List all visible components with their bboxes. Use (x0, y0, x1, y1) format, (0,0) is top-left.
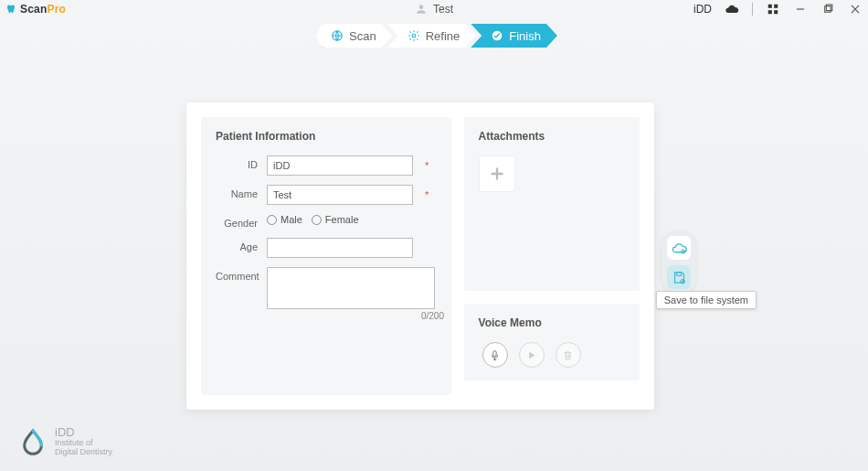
tooth-icon (5, 4, 16, 15)
person-icon (415, 3, 428, 16)
save-tooltip: Save to file system (656, 291, 757, 309)
cloud-icon[interactable] (725, 2, 739, 16)
header-user-name: Test (433, 3, 453, 16)
step-label: Scan (349, 29, 376, 43)
step-label: Finish (509, 29, 541, 43)
workflow-stepper: Scan Refine Finish (0, 24, 868, 48)
play-icon (525, 349, 537, 361)
cloud-upload-icon (672, 241, 687, 256)
voice-memo-panel: Voice Memo (464, 304, 640, 380)
svg-point-8 (412, 34, 416, 37)
minimize-button[interactable] (793, 2, 808, 16)
header-actions: iDD (693, 2, 863, 16)
radio-label: Male (281, 214, 302, 225)
header-idd-label[interactable]: iDD (693, 3, 712, 16)
watermark-logo: iDD Institute of Digital Dentistry (18, 426, 112, 456)
main-card: Patient Information ID * Name * Gender (186, 102, 654, 410)
gender-label: Gender (216, 214, 267, 229)
save-to-file-button[interactable] (667, 265, 691, 289)
svg-rect-4 (797, 8, 804, 9)
grid-icon[interactable] (766, 2, 780, 16)
title-bar: ScanPro Test iDD (0, 0, 868, 18)
svg-rect-1 (774, 5, 778, 8)
name-label: Name (216, 185, 267, 199)
name-input[interactable] (267, 185, 413, 205)
svg-rect-5 (824, 5, 831, 12)
required-marker: * (425, 160, 429, 171)
svg-rect-6 (826, 5, 832, 11)
separator (752, 3, 753, 16)
age-label: Age (216, 238, 267, 252)
microphone-icon (489, 349, 501, 361)
radio-circle-icon (312, 215, 322, 225)
svg-rect-10 (493, 350, 496, 356)
step-refine[interactable]: Refine (387, 24, 477, 48)
check-circle-icon (491, 29, 503, 42)
step-scan[interactable]: Scan (316, 24, 393, 48)
globe-icon (331, 29, 344, 42)
droplet-icon (18, 427, 48, 456)
cloud-upload-button[interactable] (667, 236, 691, 260)
logo-text: ScanPro (20, 3, 66, 16)
age-input[interactable] (267, 238, 413, 258)
panel-title: Patient Information (216, 130, 437, 143)
export-rail (662, 230, 696, 294)
comment-char-counter: 0/200 (276, 311, 444, 321)
panel-title: Attachments (479, 130, 625, 143)
plus-icon (487, 164, 507, 184)
svg-rect-2 (768, 10, 772, 14)
svg-rect-3 (774, 10, 778, 14)
comment-label: Comment (216, 267, 267, 282)
floppy-disk-icon (672, 270, 687, 285)
header-user: Test (415, 3, 453, 16)
add-attachment-button[interactable] (479, 155, 515, 192)
radio-circle-icon (267, 215, 277, 225)
step-finish[interactable]: Finish (471, 24, 557, 48)
record-button[interactable] (482, 342, 508, 368)
trash-icon (562, 349, 574, 361)
attachments-panel: Attachments (464, 117, 640, 291)
gender-male-radio[interactable]: Male (267, 214, 302, 225)
panel-title: Voice Memo (479, 316, 625, 329)
maximize-button[interactable] (820, 2, 835, 16)
play-button[interactable] (519, 342, 545, 368)
delete-button[interactable] (556, 342, 581, 368)
id-input[interactable] (267, 155, 413, 176)
radio-label: Female (325, 214, 359, 225)
patient-info-panel: Patient Information ID * Name * Gender (201, 117, 451, 395)
id-label: ID (216, 155, 267, 170)
app-logo: ScanPro (5, 3, 66, 16)
comment-textarea[interactable] (267, 267, 435, 309)
gender-female-radio[interactable]: Female (312, 214, 359, 225)
svg-rect-0 (768, 5, 772, 8)
step-label: Refine (426, 29, 460, 43)
close-button[interactable] (848, 2, 863, 16)
gear-icon (408, 29, 420, 42)
watermark-text: iDD Institute of Digital Dentistry (55, 426, 112, 456)
required-marker: * (425, 189, 429, 200)
